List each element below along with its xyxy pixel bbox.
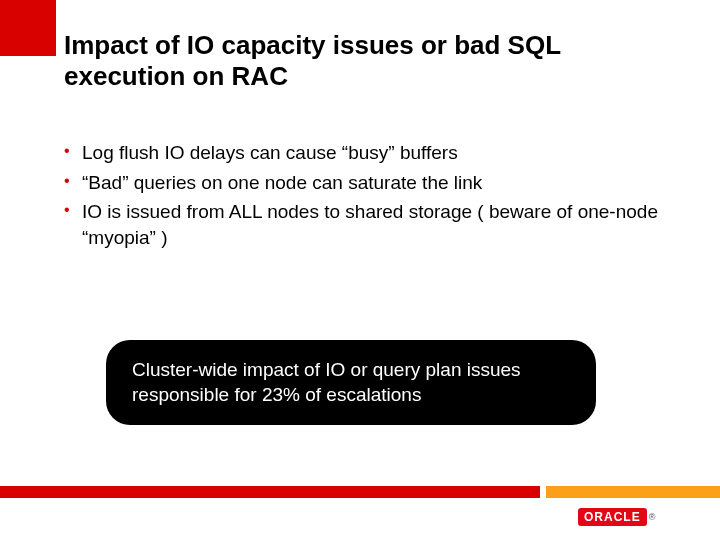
footer-orange-bar	[546, 486, 720, 498]
bullet-item: Log flush IO delays can cause “busy” buf…	[64, 140, 664, 166]
bullet-text: Log flush IO delays can cause “busy” buf…	[82, 142, 458, 163]
accent-square	[0, 0, 56, 56]
registered-icon: ®	[649, 512, 656, 522]
bullet-item: “Bad” queries on one node can saturate t…	[64, 170, 664, 196]
bullet-list: Log flush IO delays can cause “busy” buf…	[64, 140, 664, 255]
callout-text: Cluster-wide impact of IO or query plan …	[132, 358, 570, 407]
bullet-text: IO is issued from ALL nodes to shared st…	[82, 201, 658, 248]
callout-box: Cluster-wide impact of IO or query plan …	[106, 340, 596, 425]
logo-text: ORACLE	[578, 508, 647, 526]
slide-title: Impact of IO capacity issues or bad SQL …	[64, 30, 664, 92]
footer-red-bar	[0, 486, 540, 498]
footer-band	[0, 486, 720, 498]
bullet-text: “Bad” queries on one node can saturate t…	[82, 172, 482, 193]
oracle-logo: ORACLE®	[578, 506, 698, 528]
slide: Impact of IO capacity issues or bad SQL …	[0, 0, 720, 540]
bullet-item: IO is issued from ALL nodes to shared st…	[64, 199, 664, 250]
